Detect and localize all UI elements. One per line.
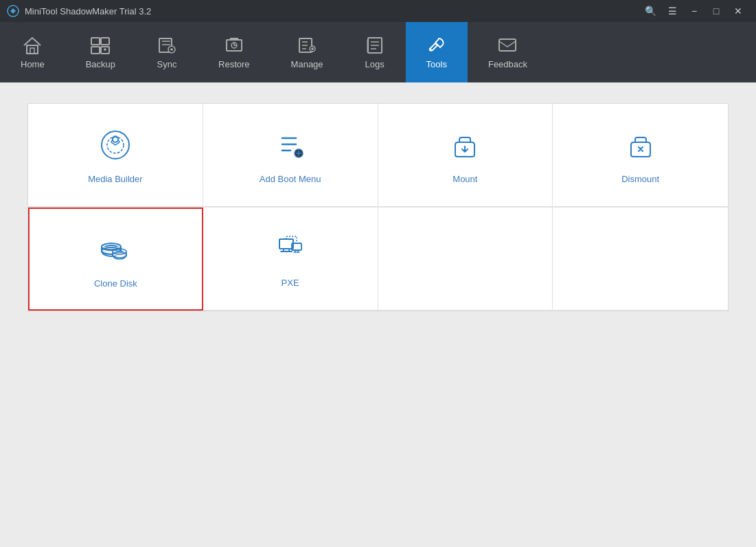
- add-boot-menu-label: Add Boot Menu: [260, 174, 321, 184]
- mount-label: Mount: [453, 174, 477, 184]
- minimize-button[interactable]: −: [683, 0, 705, 22]
- svg-rect-3: [91, 38, 100, 45]
- nav-item-feedback[interactable]: Feedback: [468, 22, 548, 82]
- svg-rect-32: [279, 239, 293, 249]
- nav-restore-label: Restore: [218, 59, 250, 69]
- nav-manage-label: Manage: [291, 59, 323, 69]
- app-logo-icon: [7, 5, 19, 17]
- sync-icon: [157, 36, 177, 55]
- nav-home-label: Home: [21, 59, 45, 69]
- tool-media-builder[interactable]: Media Builder: [28, 104, 203, 207]
- tools-row-1: Media Builder Add Boot Menu: [28, 104, 728, 208]
- dismount-icon: [621, 126, 660, 164]
- nav-item-backup[interactable]: Backup: [65, 22, 136, 82]
- media-builder-label: Media Builder: [88, 174, 143, 184]
- svg-point-14: [430, 48, 431, 49]
- backup-icon: [90, 36, 111, 55]
- navbar: Home Backup Sync: [0, 22, 756, 82]
- tools-row-2: Clone Disk PXE: [28, 208, 728, 311]
- tools-icon: [426, 36, 447, 55]
- app-title: MiniTool ShadowMaker Trial 3.2: [25, 6, 639, 16]
- nav-item-tools[interactable]: Tools: [406, 22, 468, 82]
- svg-rect-5: [91, 47, 100, 54]
- tool-clone-disk[interactable]: Clone Disk: [28, 208, 203, 311]
- search-button[interactable]: 🔍: [639, 0, 661, 22]
- nav-item-home[interactable]: Home: [0, 22, 65, 82]
- svg-rect-15: [499, 39, 516, 51]
- tool-add-boot-menu[interactable]: Add Boot Menu: [203, 104, 378, 207]
- feedback-icon: [497, 36, 518, 55]
- main-content: Media Builder Add Boot Menu: [0, 82, 756, 547]
- nav-sync-label: Sync: [157, 59, 177, 69]
- tool-pxe[interactable]: PXE: [203, 208, 378, 311]
- nav-logs-label: Logs: [365, 59, 384, 69]
- pxe-icon: [271, 230, 310, 268]
- titlebar: MiniTool ShadowMaker Trial 3.2 🔍 ☰ − □ ✕: [0, 0, 756, 22]
- media-builder-icon: [96, 126, 135, 164]
- maximize-button[interactable]: □: [705, 0, 727, 22]
- tool-dismount[interactable]: Dismount: [553, 104, 728, 207]
- nav-item-restore[interactable]: Restore: [198, 22, 271, 82]
- svg-rect-4: [101, 38, 109, 45]
- add-boot-menu-icon: [271, 126, 310, 164]
- manage-icon: [297, 36, 317, 55]
- clone-disk-icon: [96, 230, 135, 269]
- svg-rect-2: [30, 48, 34, 54]
- dismount-label: Dismount: [621, 174, 659, 184]
- svg-rect-1: [27, 45, 38, 54]
- nav-item-logs[interactable]: Logs: [344, 22, 406, 82]
- nav-tools-label: Tools: [426, 59, 447, 69]
- mount-icon: [446, 126, 484, 164]
- tool-empty-2: [553, 208, 728, 311]
- tool-empty-1: [378, 208, 553, 311]
- nav-item-sync[interactable]: Sync: [136, 22, 198, 82]
- tools-grid-container: Media Builder Add Boot Menu: [27, 103, 729, 311]
- pxe-label: PXE: [282, 278, 299, 288]
- close-button[interactable]: ✕: [727, 0, 749, 22]
- clone-disk-label: Clone Disk: [94, 278, 137, 289]
- window-controls: 🔍 ☰ − □ ✕: [639, 0, 749, 22]
- nav-item-manage[interactable]: Manage: [271, 22, 344, 82]
- logs-icon: [365, 36, 385, 55]
- home-icon: [22, 36, 43, 55]
- nav-backup-label: Backup: [86, 59, 115, 69]
- menu-button[interactable]: ☰: [661, 0, 683, 22]
- tool-mount[interactable]: Mount: [378, 104, 553, 207]
- nav-feedback-label: Feedback: [488, 59, 527, 69]
- restore-icon: [224, 36, 244, 55]
